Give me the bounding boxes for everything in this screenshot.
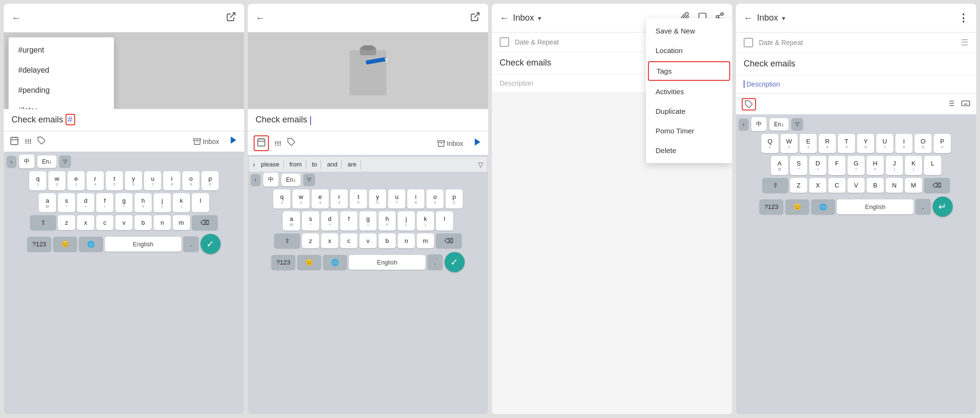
key-p-2[interactable]: p0 <box>445 189 463 209</box>
key-C[interactable]: C <box>828 178 846 193</box>
suggest-please[interactable]: please <box>257 160 283 169</box>
key-p[interactable]: p0 <box>201 171 219 190</box>
description-row-4[interactable]: Description <box>736 75 976 94</box>
key-d[interactable]: d+ <box>77 193 94 212</box>
dot-key-1[interactable]: . <box>183 236 199 252</box>
key-h-2[interactable]: h# <box>379 211 396 231</box>
key-o-2[interactable]: o9 <box>426 189 444 209</box>
confirm-key-2[interactable]: ✓ <box>445 252 465 272</box>
key-v-2[interactable]: v <box>359 233 377 248</box>
send-button-1[interactable] <box>229 135 238 148</box>
key-Q[interactable]: Q1 <box>761 134 779 153</box>
key-U[interactable]: U7 <box>876 134 893 153</box>
key-n-2[interactable]: n <box>398 233 415 248</box>
key-f[interactable]: f/ <box>96 193 113 212</box>
inbox-label-2[interactable]: Inbox <box>437 140 463 147</box>
more-icon-4[interactable]: ⋮ <box>958 12 969 24</box>
key-x-2[interactable]: x <box>321 233 338 248</box>
key-F[interactable]: F- <box>828 156 846 175</box>
key-e[interactable]: e3 <box>67 171 85 190</box>
space-key-4[interactable]: English <box>837 199 913 214</box>
chinese-key-1[interactable]: 中 <box>19 154 34 168</box>
triangle-key-4[interactable]: ▽ <box>791 118 803 130</box>
key-s-2[interactable]: s* <box>302 211 319 231</box>
key-X[interactable]: X <box>809 178 826 193</box>
chinese-key-4[interactable]: 中 <box>751 117 767 131</box>
globe-key-1[interactable]: 🌐 <box>79 237 103 252</box>
expand-key-2[interactable]: › <box>251 174 260 186</box>
english-key-4[interactable]: En↓ <box>769 118 789 131</box>
key-A[interactable]: A@ <box>771 156 788 175</box>
key-j-2[interactable]: j( <box>398 211 415 231</box>
shift-key-2[interactable]: ⇧ <box>274 233 300 248</box>
key-l[interactable]: l <box>192 193 209 212</box>
key-c-2[interactable]: c <box>340 233 357 248</box>
shift-key-4[interactable]: ⇧ <box>762 178 788 193</box>
key-L[interactable]: L <box>924 156 941 175</box>
key-I[interactable]: I8 <box>895 134 913 153</box>
date-repeat-4[interactable]: Date & Repeat <box>759 39 955 46</box>
menu-location[interactable]: Location <box>646 41 732 60</box>
tag-item-later[interactable]: #later <box>9 100 114 109</box>
key-a-2[interactable]: a@ <box>283 211 300 231</box>
list-icon-4[interactable] <box>947 99 955 110</box>
key-w-2[interactable]: w2 <box>292 189 310 209</box>
key-r-2[interactable]: r4 <box>331 189 348 209</box>
external-link-icon-1[interactable] <box>226 11 236 24</box>
key-V[interactable]: V <box>847 178 865 193</box>
inbox-dropdown-arrow-3[interactable]: ▾ <box>538 14 541 22</box>
key-Z[interactable]: Z <box>790 178 807 193</box>
menu-activities[interactable]: Activities <box>646 82 732 101</box>
key-t[interactable]: t5 <box>106 171 123 190</box>
triangle-key-2[interactable]: ▽ <box>303 174 315 186</box>
backspace-key-1[interactable]: ⌫ <box>192 215 218 230</box>
back-button-3[interactable]: ← <box>500 12 509 23</box>
key-O[interactable]: O9 <box>914 134 932 153</box>
backspace-key-2[interactable]: ⌫ <box>436 233 462 248</box>
dot-key-4[interactable]: . <box>915 199 931 214</box>
key-g-2[interactable]: g= <box>359 211 377 231</box>
key-S[interactable]: S* <box>790 156 807 175</box>
priority-icon-4[interactable]: ☰ <box>961 37 969 48</box>
key-f-2[interactable]: f- <box>340 211 357 231</box>
key-w[interactable]: w2 <box>48 171 66 190</box>
key-y[interactable]: y6 <box>125 171 142 190</box>
key-b-2[interactable]: b <box>379 233 396 248</box>
suggest-to[interactable]: to <box>308 160 322 169</box>
menu-pomo-timer[interactable]: Pomo Timer <box>646 121 732 141</box>
checkbox-4[interactable] <box>744 38 753 47</box>
backspace-key-4[interactable]: ⌫ <box>924 178 950 193</box>
suggest-from[interactable]: from <box>286 160 306 169</box>
key-b[interactable]: b <box>134 215 152 230</box>
key-v[interactable]: v <box>115 215 133 230</box>
calendar-icon-2[interactable] <box>254 135 269 151</box>
suggest-expand-2[interactable]: › <box>253 160 255 169</box>
calendar-icon-1[interactable] <box>10 136 19 148</box>
suggest-chevron[interactable]: ▽ <box>478 161 483 168</box>
key-q[interactable]: q1 <box>29 171 46 190</box>
menu-save-new[interactable]: Save & New <box>646 21 732 41</box>
key-k-2[interactable]: k) <box>417 211 434 231</box>
dot-key-2[interactable]: . <box>427 254 443 270</box>
emoji-key-2[interactable]: 😊 <box>297 255 321 270</box>
key-m[interactable]: m <box>173 215 190 230</box>
key-s[interactable]: s* <box>58 193 75 212</box>
emoji-key-4[interactable]: 😊 <box>785 199 809 214</box>
english-key-2[interactable]: En↓ <box>281 174 301 186</box>
num-key-2[interactable]: ?123 <box>271 255 295 270</box>
back-button-4[interactable]: ← <box>744 12 753 23</box>
key-x[interactable]: x <box>77 215 94 230</box>
globe-key-4[interactable]: 🌐 <box>811 199 835 214</box>
num-key-4[interactable]: ?123 <box>759 199 783 214</box>
key-R[interactable]: R4 <box>819 134 836 153</box>
key-y-2[interactable]: y6 <box>369 189 386 209</box>
keyboard-icon-4[interactable] <box>961 99 970 110</box>
tag-item-delayed[interactable]: #delayed <box>9 60 114 80</box>
confirm-key-1[interactable]: ✓ <box>200 234 221 254</box>
key-k[interactable]: k) <box>173 193 190 212</box>
key-E[interactable]: E3 <box>800 134 817 153</box>
chinese-key-2[interactable]: 中 <box>263 173 278 187</box>
tag-icon-2[interactable] <box>287 138 296 149</box>
inbox-dropdown-arrow-4[interactable]: ▾ <box>782 14 785 22</box>
english-key-1[interactable]: En↓ <box>37 155 57 168</box>
